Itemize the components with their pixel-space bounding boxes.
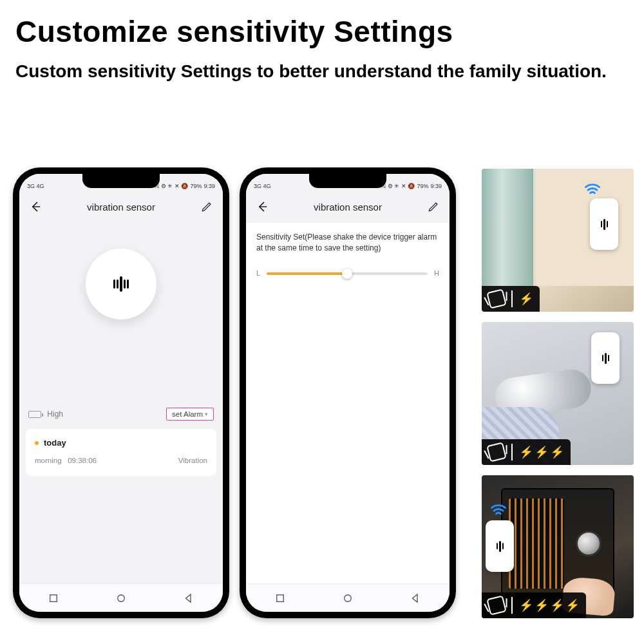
intensity-badge: ⚡	[482, 286, 540, 312]
intensity-badge: ⚡ ⚡ ⚡	[482, 439, 571, 465]
arrow-left-icon	[29, 200, 42, 213]
nav-home-button[interactable]	[342, 592, 354, 604]
svg-rect-0	[50, 594, 57, 601]
scene-safe: ⚡ ⚡ ⚡ ⚡	[482, 475, 634, 618]
status-icons: ℕ ⚙ ✳ ✕ 🔕	[381, 183, 415, 189]
safe-dial	[576, 531, 601, 556]
divider	[511, 290, 513, 307]
divider	[511, 597, 513, 614]
edit-button[interactable]	[426, 200, 440, 214]
status-battery-pct: 79%	[190, 183, 202, 189]
phone-notch	[82, 174, 160, 188]
app-title: vibration sensor	[314, 202, 382, 213]
battery-level: High	[28, 410, 63, 419]
arrow-left-icon	[256, 200, 269, 213]
bullet-icon	[35, 441, 39, 445]
svg-rect-2	[276, 594, 283, 601]
history-row[interactable]: morning 09:38:06 Vibration	[35, 457, 207, 464]
edit-button[interactable]	[200, 200, 214, 214]
sensor-device	[486, 520, 514, 572]
pencil-icon	[428, 201, 439, 213]
page-heading: Customize sensitivity Settings	[0, 0, 644, 54]
battery-level-text: High	[47, 410, 63, 419]
nav-back-button[interactable]	[410, 592, 421, 604]
slider-low-label: L	[256, 269, 260, 279]
bolt-icon: ⚡	[550, 446, 564, 458]
vibration-badge-icon	[486, 442, 507, 462]
back-button[interactable]	[28, 200, 43, 214]
bolt-icon: ⚡	[519, 600, 533, 611]
vibration-icon	[497, 541, 504, 552]
android-nav-bar	[19, 583, 223, 612]
wifi-icon	[583, 180, 601, 198]
android-nav-bar	[246, 583, 450, 612]
app-bar: vibration sensor	[246, 191, 450, 223]
bolt-icon: ⚡	[519, 293, 533, 305]
page-subheading: Custom sensitivity Settings to better un…	[0, 54, 644, 84]
sensor-status-indicator	[86, 249, 156, 319]
app-title: vibration sensor	[87, 202, 155, 213]
sensitivity-slider[interactable]	[267, 272, 428, 275]
nav-recent-button[interactable]	[274, 592, 286, 604]
back-button[interactable]	[255, 200, 269, 214]
content-stage: 3G 4G ℕ ⚙ ✳ ✕ 🔕 79% 9:39 vibration senso…	[6, 167, 638, 638]
svg-point-1	[118, 594, 125, 601]
scene-door-handle: ⚡ ⚡ ⚡	[482, 322, 634, 465]
status-battery-pct: 79%	[417, 183, 428, 189]
sensor-device	[590, 198, 618, 250]
phone-notch	[309, 174, 386, 188]
today-label: today	[44, 438, 66, 448]
phone-sensitivity-screen: 3G 4G ℕ ⚙ ✳ ✕ 🔕 79% 9:39 vibration senso…	[240, 167, 456, 618]
bolt-group: ⚡ ⚡ ⚡	[519, 446, 564, 458]
curtain	[482, 169, 533, 286]
log-event: Vibration	[178, 457, 207, 464]
bolt-group: ⚡	[519, 293, 533, 305]
safe-interior	[509, 498, 564, 589]
bolt-icon: ⚡	[535, 600, 549, 611]
caret-down-icon: ▾	[205, 411, 208, 417]
status-time: 9:39	[204, 183, 215, 189]
bolt-icon: ⚡	[519, 446, 533, 458]
battery-icon	[28, 411, 41, 418]
log-time: 09:38:06	[68, 457, 97, 464]
slider-thumb[interactable]	[342, 269, 352, 279]
bolt-icon: ⚡	[550, 600, 564, 611]
scene-window: ⚡	[482, 169, 634, 312]
wifi-icon	[489, 501, 507, 519]
svg-point-3	[345, 594, 352, 601]
status-network: 3G 4G	[254, 183, 271, 189]
status-icons: ℕ ⚙ ✳ ✕ 🔕	[155, 183, 188, 189]
nav-home-button[interactable]	[115, 592, 127, 604]
slider-high-label: H	[434, 269, 439, 279]
bolt-group: ⚡ ⚡ ⚡ ⚡	[519, 600, 580, 611]
vibration-icon	[601, 219, 608, 230]
pencil-icon	[201, 201, 213, 213]
bolt-icon: ⚡	[535, 446, 549, 458]
nav-back-button[interactable]	[183, 592, 194, 604]
set-alarm-button[interactable]: set Alarm ▾	[166, 408, 214, 421]
bolt-icon: ⚡	[565, 600, 580, 611]
intensity-badge: ⚡ ⚡ ⚡ ⚡	[482, 592, 586, 618]
vibration-badge-icon	[486, 289, 507, 309]
sensor-device	[591, 332, 620, 384]
sensitivity-instruction: Sensitivity Set(Please shake the device …	[256, 232, 439, 254]
nav-recent-button[interactable]	[48, 592, 59, 604]
vibration-badge-icon	[486, 595, 507, 616]
set-alarm-label: set Alarm	[172, 410, 203, 418]
phone-main-screen: 3G 4G ℕ ⚙ ✳ ✕ 🔕 79% 9:39 vibration senso…	[13, 167, 229, 618]
log-time-prefix: morning	[35, 457, 62, 464]
divider	[511, 444, 513, 460]
app-bar: vibration sensor	[19, 191, 223, 223]
vibration-icon	[602, 353, 609, 364]
status-time: 9:39	[430, 183, 442, 189]
status-network: 3G 4G	[27, 183, 44, 189]
vibration-icon	[113, 276, 129, 292]
scene-column: ⚡ ⚡ ⚡ ⚡	[482, 169, 634, 618]
history-card: today morning 09:38:06 Vibration	[26, 429, 216, 476]
